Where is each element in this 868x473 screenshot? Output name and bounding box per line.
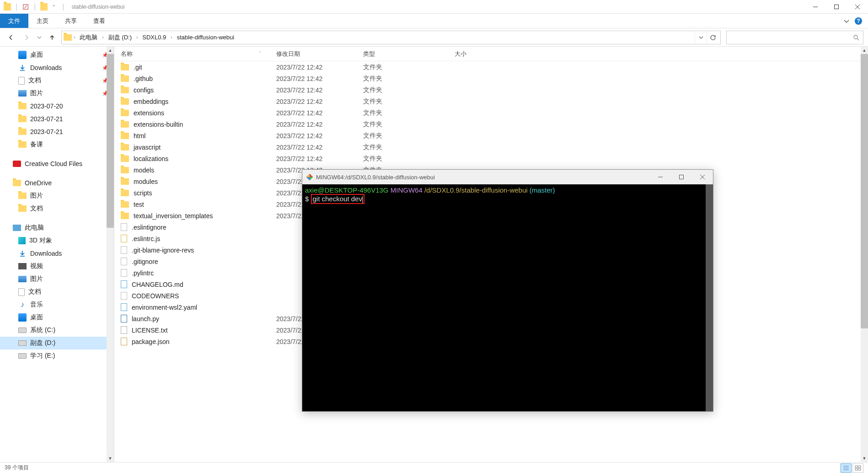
file-name: javascript [134,144,161,151]
dl-icon [18,249,27,258]
content-scrollbar[interactable]: ▲ ▼ [861,47,868,462]
address-bar[interactable]: › 此电脑 › 副盘 (D:) › SDXL0.9 › stable-diffu… [61,31,721,44]
file-row[interactable]: extensions 2023/7/22 12:42 文件夹 [114,107,868,118]
sidebar-onedrive-child[interactable]: 图片 [0,189,114,202]
scroll-up-icon[interactable]: ▲ [107,47,114,54]
address-dropdown-icon[interactable] [695,31,707,44]
back-button[interactable] [5,31,17,44]
terminal-titlebar[interactable]: MINGW64:/d/SDXL0.9/stable-diffusion-webu… [302,170,713,184]
file-row[interactable]: .github 2023/7/22 12:42 文件夹 [114,73,868,84]
refresh-icon[interactable] [707,31,718,44]
doc-icon [18,77,25,85]
file-row[interactable]: embeddings 2023/7/22 12:42 文件夹 [114,96,868,107]
sidebar-quick-item[interactable]: 2023-07-21 [0,113,114,125]
sidebar-item-label: 桌面 [30,313,43,322]
terminal-minimize-button[interactable] [650,170,671,184]
minimize-button[interactable] [805,0,826,14]
close-button[interactable] [847,0,868,14]
svg-line-8 [857,38,859,40]
sidebar-quick-item[interactable]: Downloads📌 [0,61,114,74]
file-row[interactable]: extensions-builtin 2023/7/22 12:42 文件夹 [114,118,868,130]
scroll-thumb[interactable] [107,54,114,228]
file-row[interactable]: localizations 2023/7/22 12:42 文件夹 [114,153,868,164]
sidebar-thispc-child[interactable]: ♪音乐 [0,298,114,311]
file-name: embeddings [134,98,168,105]
terminal-window[interactable]: MINGW64:/d/SDXL0.9/stable-diffusion-webu… [302,169,713,412]
ribbon-expand-icon[interactable] [843,18,850,24]
recent-dropdown[interactable] [36,31,43,44]
sidebar-thispc-child[interactable]: 学习 (E:) [0,349,114,362]
folder-icon [18,193,27,199]
sidebar-thispc-child[interactable]: Downloads [0,247,114,260]
crumb-thispc[interactable]: 此电脑 [77,32,100,43]
scroll-down-icon[interactable]: ▼ [861,455,868,462]
terminal-body[interactable]: axie@DESKTOP-496V13G MINGW64 /d/SDXL0.9/… [302,184,713,411]
terminal-command[interactable]: git checkout dev [313,195,362,203]
maximize-button[interactable] [826,0,847,14]
sidebar-cc[interactable]: Creative Cloud Files [0,157,114,170]
col-size[interactable]: 大小 [430,50,476,58]
scroll-thumb[interactable] [861,54,868,328]
file-row[interactable]: html 2023/7/22 12:42 文件夹 [114,130,868,141]
col-date[interactable]: 修改日期 [270,50,357,58]
folder-icon [18,103,27,109]
search-box[interactable] [726,31,863,44]
crumb-folder2[interactable]: stable-diffusion-webui [174,33,237,42]
chevron-right-icon[interactable]: › [101,35,104,40]
scroll-thumb[interactable] [706,184,713,411]
tab-file[interactable]: 文件 [0,14,28,28]
sidebar-quick-item[interactable]: 文档📌 [0,74,114,87]
sidebar-onedrive-child[interactable]: 文档 [0,202,114,215]
up-button[interactable] [46,31,59,44]
tab-home[interactable]: 主页 [28,14,57,28]
file-date: 2023/7/22 12:42 [270,109,357,117]
column-headers: 名称ˆ 修改日期 类型 大小 [114,47,868,61]
qat-properties-icon[interactable] [22,3,29,11]
file-row[interactable]: javascript 2023/7/22 12:42 文件夹 [114,141,868,153]
sidebar-quick-item[interactable]: 备课 [0,138,114,151]
sidebar-item-label: 图片 [30,89,43,97]
sidebar-item-label: 系统 (C:) [30,326,55,334]
sidebar-thispc-child[interactable]: 视频 [0,260,114,273]
crumb-drive[interactable]: 副盘 (D:) [106,32,134,43]
view-icons-button[interactable] [852,463,863,473]
sidebar-quick-item[interactable]: 2023-07-20 [0,100,114,113]
tab-view[interactable]: 查看 [85,14,113,28]
sidebar-thispc-child[interactable]: 图片 [0,273,114,285]
forward-button[interactable] [20,31,33,44]
tab-share[interactable]: 共享 [57,14,85,28]
chevron-right-icon[interactable]: › [170,35,173,40]
sidebar-thispc-child[interactable]: 系统 (C:) [0,324,114,337]
file-row[interactable]: .git 2023/7/22 12:42 文件夹 [114,61,868,73]
sidebar-quick-item[interactable]: 图片📌 [0,87,114,100]
sidebar-thispc-child[interactable]: 3D 对象 [0,234,114,247]
help-icon[interactable]: ? [854,17,863,25]
terminal-maximize-button[interactable] [671,170,692,184]
sidebar-thispc-child[interactable]: 文档 [0,285,114,298]
scroll-down-icon[interactable]: ▼ [107,455,114,462]
col-type[interactable]: 类型 [357,50,430,58]
chevron-right-icon[interactable]: › [135,35,139,40]
terminal-close-button[interactable] [692,170,713,184]
sidebar-thispc[interactable]: 此电脑 [0,221,114,234]
file-name: models [134,167,154,174]
file-date: 2023/7/22 12:42 [270,121,357,128]
sidebar-thispc-child[interactable]: 桌面 [0,311,114,324]
qat-dropdown-icon[interactable]: ⁼ [50,3,58,11]
file-date: 2023/7/22 12:42 [270,64,357,71]
col-name[interactable]: 名称ˆ [114,50,270,58]
separator: | [62,3,64,11]
sidebar-quick-item[interactable]: 2023-07-21 [0,125,114,138]
file-name: extensions [134,109,164,117]
terminal-scrollbar[interactable] [706,184,713,411]
drive-icon [18,353,27,359]
file-row[interactable]: configs 2023/7/22 12:42 文件夹 [114,84,868,96]
chevron-right-icon[interactable]: › [73,35,76,40]
scroll-up-icon[interactable]: ▲ [861,47,868,54]
sidebar-onedrive[interactable]: OneDrive [0,177,114,189]
sidebar-scrollbar[interactable]: ▲ ▼ [107,47,114,462]
sidebar-thispc-child[interactable]: 副盘 (D:) [0,337,114,349]
view-details-button[interactable] [841,463,852,473]
sidebar-quick-item[interactable]: 桌面📌 [0,48,114,61]
crumb-folder1[interactable]: SDXL0.9 [139,33,169,42]
